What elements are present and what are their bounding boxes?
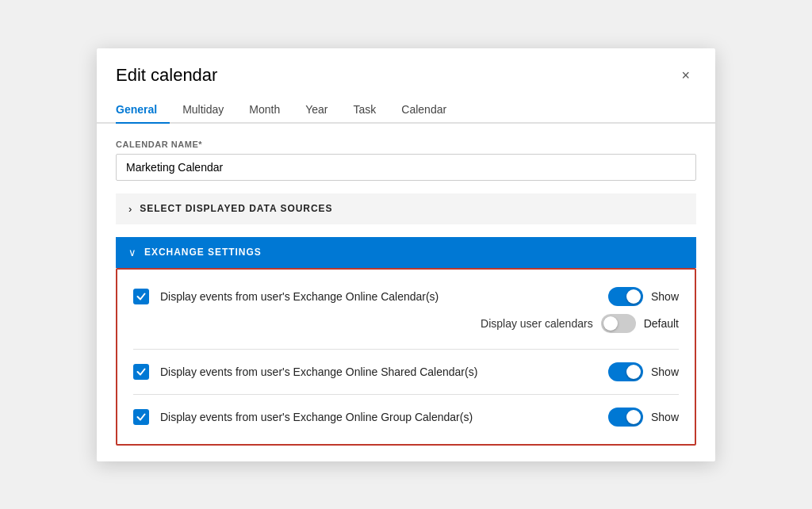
data-sources-label: SELECT DISPLAYED DATA SOURCES [140, 203, 332, 214]
data-sources-section-bar[interactable]: › SELECT DISPLAYED DATA SOURCES [116, 193, 696, 224]
exchange-settings-section-bar[interactable]: ∨ EXCHANGE SETTINGS [116, 237, 696, 268]
toggle-label-user-calendars: Default [644, 317, 679, 330]
calendar-name-input[interactable] [116, 154, 696, 181]
exchange-chevron: ∨ [128, 247, 136, 258]
exchange-settings-content: Display events from user's Exchange Onli… [116, 268, 696, 446]
toggle-label-online-calendar: Show [651, 290, 679, 303]
toggle-online-calendar[interactable] [608, 287, 643, 306]
tab-year[interactable]: Year [293, 97, 340, 124]
row-left-online-calendar: Display events from user's Exchange Onli… [133, 289, 439, 304]
toggle-shared-calendar[interactable] [608, 362, 643, 381]
toggle-group-calendar[interactable] [608, 408, 643, 427]
user-calendars-text: Display user calendars [481, 317, 593, 330]
calendar-name-label: CALENDAR NAME* [116, 140, 696, 149]
row-right-group-calendar: Show [608, 408, 679, 427]
dialog-header: Edit calendar × [97, 48, 715, 87]
toggle-label-shared-calendar: Show [651, 365, 679, 378]
group-calendar-text: Display events from user's Exchange Onli… [160, 411, 473, 423]
exchange-row-online-calendar: Display events from user's Exchange Onli… [133, 282, 679, 311]
data-sources-chevron: › [128, 203, 132, 215]
row-right-online-calendar: Show [608, 287, 679, 306]
divider-1 [133, 349, 679, 350]
online-calendar-text: Display events from user's Exchange Onli… [160, 290, 439, 303]
row-left-group-calendar: Display events from user's Exchange Onli… [133, 409, 473, 425]
sub-row-user-calendars: Display user calendars Default [133, 311, 679, 341]
dialog-title: Edit calendar [116, 65, 217, 86]
row-left-shared-calendar: Display events from user's Exchange Onli… [133, 364, 477, 380]
checkbox-online-calendar[interactable] [133, 289, 149, 304]
dialog-body: CALENDAR NAME* › SELECT DISPLAYED DATA S… [97, 124, 715, 461]
row-right-shared-calendar: Show [608, 362, 679, 381]
exchange-settings-label: EXCHANGE SETTINGS [144, 247, 262, 258]
tab-bar: General Multiday Month Year Task Calenda… [97, 90, 715, 124]
divider-2 [133, 394, 679, 395]
tab-calendar[interactable]: Calendar [389, 97, 459, 124]
exchange-row-group-calendar: Display events from user's Exchange Onli… [133, 403, 679, 431]
tab-multiday[interactable]: Multiday [170, 97, 236, 124]
checkbox-shared-calendar[interactable] [133, 364, 149, 380]
edit-calendar-dialog: Edit calendar × General Multiday Month Y… [97, 48, 715, 461]
tab-task[interactable]: Task [341, 97, 389, 124]
tab-general[interactable]: General [116, 97, 170, 124]
tab-month[interactable]: Month [236, 97, 293, 124]
exchange-row-shared-calendar: Display events from user's Exchange Onli… [133, 358, 679, 386]
shared-calendar-text: Display events from user's Exchange Onli… [160, 365, 477, 378]
checkbox-group-calendar[interactable] [133, 409, 149, 425]
close-button[interactable]: × [675, 64, 696, 87]
toggle-user-calendars[interactable] [601, 314, 636, 333]
toggle-label-group-calendar: Show [651, 411, 679, 423]
